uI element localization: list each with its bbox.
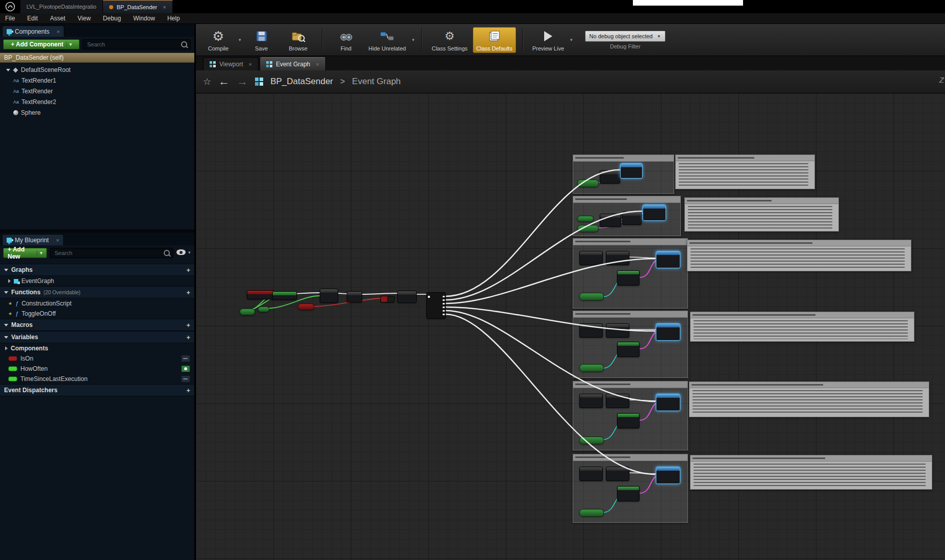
hide-unrelated-button[interactable]: Hide Unrelated: [366, 28, 409, 53]
graph-node-selected[interactable]: [620, 163, 643, 179]
graph-node[interactable]: [579, 251, 603, 265]
list-item-toggle-onoff[interactable]: ★ ƒ ToggleOnOff: [0, 309, 194, 319]
comment-text-block[interactable]: [689, 381, 929, 417]
visibility-filter-button[interactable]: ▾: [176, 249, 192, 255]
comment-box[interactable]: [573, 454, 688, 523]
browse-button[interactable]: Browse: [281, 28, 316, 53]
my-blueprint-search-input[interactable]: [54, 249, 164, 257]
comment-text-block[interactable]: [675, 155, 815, 189]
menu-window[interactable]: Window: [133, 15, 155, 22]
class-settings-button[interactable]: ⚙ Class Settings: [428, 28, 470, 53]
component-row-scene-root[interactable]: DefaultSceneRoot: [0, 65, 194, 75]
add-dispatcher-icon[interactable]: +: [186, 387, 190, 394]
eye-open-icon[interactable]: [181, 365, 190, 372]
tab-viewport[interactable]: Viewport ×: [203, 57, 259, 70]
collapse-icon[interactable]: [4, 269, 8, 271]
comment-text-block[interactable]: [690, 312, 914, 342]
add-graph-icon[interactable]: +: [186, 266, 190, 274]
window-tab-level[interactable]: LVL_PixotopeDataIntegratio: [20, 0, 103, 13]
tab-my-blueprint[interactable]: My Blueprint ×: [2, 234, 64, 245]
breadcrumb-root[interactable]: BP_DataSender: [270, 77, 333, 87]
component-row-textrender[interactable]: Aa TextRender: [0, 86, 194, 96]
getter-node[interactable]: [579, 437, 604, 444]
graph-node-selected[interactable]: [643, 205, 666, 221]
graph-node[interactable]: [579, 323, 603, 338]
graph-node[interactable]: [617, 486, 640, 501]
function-node[interactable]: [347, 291, 362, 302]
graph-node-selected[interactable]: [656, 467, 680, 484]
comment-text-block[interactable]: [684, 197, 839, 232]
section-macros[interactable]: Macros +: [0, 319, 194, 331]
tab-event-graph[interactable]: Event Graph ×: [260, 57, 326, 70]
comment-box[interactable]: [573, 196, 681, 236]
menu-file[interactable]: File: [5, 15, 15, 22]
preview-live-button[interactable]: Preview Live: [529, 28, 567, 53]
save-button[interactable]: Save: [244, 28, 279, 53]
graph-node[interactable]: [606, 394, 629, 408]
expander-icon[interactable]: [6, 69, 10, 71]
graph-node[interactable]: [617, 270, 640, 286]
function-node[interactable]: [397, 291, 417, 303]
graph-node[interactable]: [622, 212, 642, 225]
getter-node[interactable]: [579, 364, 604, 372]
add-component-button[interactable]: + Add Component ▾: [3, 39, 80, 49]
section-variables[interactable]: Variables +: [0, 331, 194, 343]
menu-edit[interactable]: Edit: [27, 15, 38, 22]
graph-node[interactable]: [600, 214, 621, 227]
graph-node-selected[interactable]: [656, 394, 680, 411]
expander-icon[interactable]: [8, 279, 11, 283]
list-item-eventgraph[interactable]: EventGraph: [0, 276, 194, 286]
variable-group-components[interactable]: Components: [0, 343, 194, 353]
graph-node[interactable]: [617, 413, 640, 428]
find-button[interactable]: Find: [329, 28, 364, 53]
add-variable-icon[interactable]: +: [186, 334, 190, 341]
favorite-star-icon[interactable]: ☆: [203, 76, 211, 87]
comment-box[interactable]: [573, 155, 674, 194]
collapse-icon[interactable]: [4, 336, 8, 339]
eye-closed-icon[interactable]: [181, 375, 190, 383]
close-icon[interactable]: ×: [248, 61, 251, 67]
graph-node-selected[interactable]: [656, 251, 680, 268]
forward-arrow-icon[interactable]: →: [237, 75, 248, 88]
graph-node[interactable]: [617, 342, 640, 357]
menu-help[interactable]: Help: [167, 15, 180, 22]
close-icon[interactable]: ×: [316, 61, 319, 67]
function-node[interactable]: [272, 291, 297, 300]
menu-asset[interactable]: Asset: [50, 15, 65, 22]
chevron-down-icon[interactable]: ▾: [239, 37, 241, 42]
close-icon[interactable]: ×: [57, 29, 60, 35]
list-item-construction-script[interactable]: ★ ƒ ConstructionScript: [0, 298, 194, 309]
comment-box[interactable]: [573, 238, 688, 309]
graph-node-selected[interactable]: [656, 323, 680, 341]
function-node[interactable]: [320, 289, 338, 303]
graph-node[interactable]: [606, 467, 629, 481]
graph-node[interactable]: [579, 467, 603, 481]
graph-node[interactable]: [600, 170, 620, 184]
branch-node[interactable]: [380, 296, 395, 302]
getter-node[interactable]: [258, 307, 269, 312]
comment-text-block[interactable]: [690, 455, 932, 490]
add-new-button[interactable]: + Add New ▾: [3, 248, 47, 258]
tab-components[interactable]: Components ×: [2, 26, 64, 37]
section-event-dispatchers[interactable]: Event Dispatchers +: [0, 384, 194, 396]
section-functions[interactable]: Functions (20 Overridable) +: [0, 286, 194, 298]
exec-output-pins[interactable]: [443, 296, 445, 316]
chevron-down-icon[interactable]: ▾: [412, 37, 415, 42]
event-node[interactable]: [247, 290, 274, 299]
compile-button[interactable]: ⚙ Compile: [201, 28, 236, 53]
graph-node[interactable]: [606, 323, 629, 338]
collapse-icon[interactable]: [4, 291, 8, 294]
eye-closed-icon[interactable]: [181, 355, 190, 362]
graph-canvas[interactable]: [196, 93, 945, 560]
class-defaults-button[interactable]: Class Defaults: [473, 27, 516, 53]
components-search-input[interactable]: [86, 41, 181, 48]
graph-node[interactable]: [606, 251, 629, 265]
menu-debug[interactable]: Debug: [103, 15, 121, 22]
component-row-sphere[interactable]: Sphere: [0, 108, 194, 118]
getter-node[interactable]: [577, 216, 594, 222]
bool-getter-node[interactable]: [298, 303, 314, 310]
getter-node[interactable]: [240, 309, 255, 315]
back-arrow-icon[interactable]: ←: [218, 75, 229, 88]
add-macro-icon[interactable]: +: [186, 321, 190, 329]
menu-view[interactable]: View: [78, 15, 91, 22]
